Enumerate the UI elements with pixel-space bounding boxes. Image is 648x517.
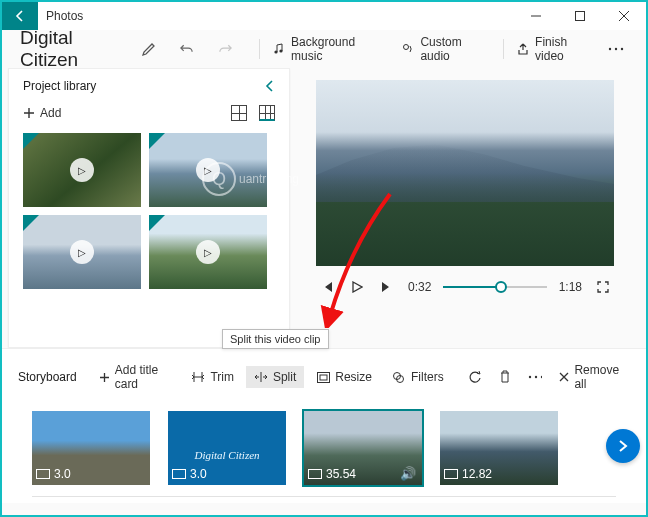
storyboard-more-button[interactable]: [528, 370, 542, 384]
video-icon: [308, 469, 322, 479]
custom-audio-label: Custom audio: [420, 35, 490, 63]
svg-point-5: [609, 48, 611, 50]
trim-button[interactable]: Trim: [183, 366, 242, 388]
svg-point-13: [535, 376, 537, 378]
image-icon: [36, 469, 50, 479]
add-media-button[interactable]: Add: [23, 106, 61, 120]
export-icon: [516, 42, 530, 57]
svg-rect-8: [317, 372, 329, 382]
play-button[interactable]: [348, 278, 366, 296]
title-bar: Photos: [2, 2, 646, 30]
minimize-button[interactable]: [514, 2, 558, 30]
next-frame-button[interactable]: [378, 278, 396, 296]
ellipsis-icon: [608, 47, 624, 51]
filters-button[interactable]: Filters: [384, 366, 452, 388]
split-button[interactable]: Split: [246, 366, 304, 388]
playback-controls: 0:32 1:18: [316, 266, 614, 296]
svg-point-7: [621, 48, 623, 50]
svg-point-4: [404, 45, 409, 50]
prev-frame-button[interactable]: [318, 278, 336, 296]
split-icon: [254, 370, 268, 384]
play-overlay-icon: ▷: [196, 240, 220, 264]
add-label: Add: [40, 106, 61, 120]
split-tooltip: Split this video clip: [222, 329, 329, 349]
more-button[interactable]: [604, 30, 628, 68]
edit-name-icon[interactable]: [141, 41, 157, 57]
finish-video-button[interactable]: Finish video: [508, 30, 604, 68]
storyboard-clips: 3.0 Digital Citizen 3.0 35.54 🔊 12.82: [2, 401, 646, 503]
project-library-title: Project library: [23, 79, 265, 93]
back-button[interactable]: [2, 2, 38, 30]
collapse-library-icon[interactable]: [265, 79, 275, 93]
storyboard-clip[interactable]: Digital Citizen 3.0: [168, 411, 286, 485]
svg-point-6: [615, 48, 617, 50]
svg-point-3: [279, 49, 282, 52]
music-icon: [272, 42, 286, 57]
library-item[interactable]: ▷: [149, 133, 267, 207]
rotate-button[interactable]: [468, 370, 482, 384]
custom-audio-button[interactable]: Custom audio: [393, 30, 499, 68]
storyboard-title: Storyboard: [18, 370, 77, 384]
filters-icon: [392, 370, 406, 384]
remove-all-button[interactable]: Remove all: [550, 359, 630, 395]
library-item[interactable]: ▷: [23, 215, 141, 289]
trim-icon: [191, 370, 205, 384]
play-overlay-icon: ▷: [70, 240, 94, 264]
project-name: Digital Citizen: [20, 27, 131, 71]
svg-point-12: [529, 376, 531, 378]
close-button[interactable]: [602, 2, 646, 30]
undo-button[interactable]: [179, 42, 194, 57]
redo-button[interactable]: [218, 42, 233, 57]
total-duration: 1:18: [559, 280, 582, 294]
window-controls: [514, 2, 646, 30]
volume-icon[interactable]: 🔊: [400, 466, 416, 481]
storyboard-clip[interactable]: 3.0: [32, 411, 150, 485]
close-icon: [558, 370, 569, 384]
storyboard-clip[interactable]: 12.82: [440, 411, 558, 485]
project-library-panel: Project library Add ▷ ▷ ▷ ▷: [8, 68, 290, 348]
finish-video-label: Finish video: [535, 35, 596, 63]
svg-rect-1: [576, 12, 585, 21]
project-header: Digital Citizen Background music Custom …: [2, 30, 646, 68]
resize-icon: [316, 370, 330, 384]
preview-area: 0:32 1:18: [290, 68, 646, 348]
video-preview[interactable]: [316, 80, 614, 266]
plus-icon: [99, 370, 110, 384]
audio-icon: [401, 42, 415, 57]
scroll-right-button[interactable]: [606, 429, 640, 463]
view-large-button[interactable]: [259, 105, 275, 121]
view-small-button[interactable]: [231, 105, 247, 121]
delete-button[interactable]: [499, 370, 511, 384]
background-music-label: Background music: [291, 35, 385, 63]
library-item[interactable]: ▷: [23, 133, 141, 207]
image-icon: [172, 469, 186, 479]
seek-slider[interactable]: [443, 278, 546, 296]
add-title-card-button[interactable]: Add title card: [91, 359, 166, 395]
background-music-button[interactable]: Background music: [264, 30, 393, 68]
library-item[interactable]: ▷: [149, 215, 267, 289]
svg-point-2: [274, 50, 277, 53]
play-overlay-icon: ▷: [70, 158, 94, 182]
svg-rect-9: [320, 375, 327, 380]
current-time: 0:32: [408, 280, 431, 294]
resize-button[interactable]: Resize: [308, 366, 380, 388]
storyboard-clip-selected[interactable]: 35.54 🔊: [304, 411, 422, 485]
storyboard-toolbar: Split this video clip Storyboard Add tit…: [2, 348, 646, 401]
svg-point-14: [541, 376, 542, 378]
play-overlay-icon: ▷: [196, 158, 220, 182]
app-title: Photos: [38, 9, 514, 23]
video-icon: [444, 469, 458, 479]
library-thumbnails: ▷ ▷ ▷ ▷: [9, 123, 289, 299]
plus-icon: [23, 107, 35, 119]
maximize-button[interactable]: [558, 2, 602, 30]
fullscreen-button[interactable]: [594, 278, 612, 296]
